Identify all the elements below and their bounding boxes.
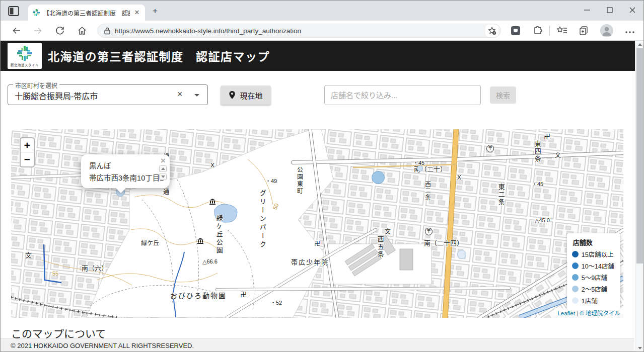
add-favorite-button[interactable] [485, 25, 498, 37]
tab-favicon [32, 9, 40, 17]
home-button[interactable] [77, 26, 87, 36]
legend-dot-icon [572, 274, 579, 281]
new-tab-button[interactable]: + [151, 7, 160, 16]
map-label: 文 [25, 252, 32, 259]
extensions-icon[interactable] [532, 25, 543, 36]
legend-item: 15店舗以上 [572, 249, 614, 259]
location-pin-icon [229, 91, 236, 100]
tab-title: 【北海道の第三者認証制度 認証 [43, 9, 130, 17]
map-label: 〒 [486, 145, 494, 152]
legend-dot-icon [572, 286, 579, 292]
map-label: ・45 [532, 182, 543, 188]
municipality-select[interactable]: 市区町村を選択 十勝総合振興局-帯広市 × [8, 84, 208, 105]
back-button[interactable] [12, 26, 22, 36]
refresh-button[interactable] [55, 26, 65, 36]
site-header: 新北海道スタイル 北海道の第三者認証制度 認証店マップ [1, 41, 643, 71]
legend-label: 2〜5店舗 [582, 284, 607, 294]
popup-store-name: 黒んぼ [89, 160, 157, 170]
legend-label: 1店舗 [582, 296, 598, 305]
clear-selection-icon[interactable]: × [174, 89, 185, 100]
page-title: 北海道の第三者認証制度 認証店マップ [48, 41, 270, 71]
popup-prev-button[interactable] [159, 165, 167, 172]
scrollbar-thumb[interactable] [636, 48, 643, 263]
zoom-out-button[interactable]: − [21, 152, 34, 166]
legend-label: 15店舗以上 [582, 249, 614, 259]
logo-caption: 新北海道スタイル [11, 62, 39, 67]
store-filter-input[interactable] [324, 85, 481, 105]
legend-title: 店舗数 [573, 237, 614, 247]
page-scrollbar[interactable] [635, 41, 643, 351]
zoom-control: + − [20, 137, 35, 167]
map-label: 南（六） [82, 265, 108, 272]
map-label: 卍 [544, 133, 550, 140]
pinwheel-logo-icon [16, 45, 33, 62]
settings-menu-icon[interactable] [625, 28, 636, 39]
legend-dot-icon [572, 262, 579, 269]
map-label: △66.6 [202, 259, 218, 265]
scroll-down-arrow[interactable] [635, 344, 644, 351]
store-cluster-marker[interactable] [457, 250, 466, 259]
tab-strip: 【北海道の第三者認証制度 認証 ✕ + [1, 1, 643, 21]
legend-item: 10〜14店舗 [572, 261, 614, 271]
favorites-icon[interactable] [556, 25, 567, 36]
legend-dot-icon [572, 251, 579, 257]
profile-avatar[interactable] [600, 24, 613, 37]
map-label: 55 [52, 271, 58, 277]
site-logo: 新北海道スタイル [8, 43, 42, 69]
legend-label: 10〜14店舗 [582, 261, 614, 271]
legend-item: 2〜5店舗 [572, 284, 614, 294]
map-label: 西二条 [424, 181, 431, 201]
map-label: X [457, 174, 461, 181]
map-label: ・49 [265, 179, 277, 185]
attribution-separator: | [575, 310, 580, 316]
browser-window: 【北海道の第三者認証制度 認証 ✕ + https://www5.newhokk… [0, 0, 644, 352]
maximize-button[interactable] [598, 1, 621, 20]
tab-close-icon[interactable]: ✕ [133, 9, 141, 17]
lock-icon [104, 27, 111, 35]
legend-dot-icon [572, 297, 579, 304]
map-label: 西五条 [377, 236, 384, 258]
map-label: 緑ケ丘 [141, 240, 159, 247]
collections-icon[interactable] [578, 25, 589, 36]
popup-next-button[interactable] [159, 173, 167, 180]
map-label: 文 [555, 152, 561, 159]
legend-item: 1店舗 [572, 296, 614, 305]
minimize-button[interactable] [576, 1, 598, 20]
browser-tab[interactable]: 【北海道の第三者認証制度 認証 ✕ [28, 5, 145, 21]
scroll-up-arrow[interactable] [635, 41, 644, 48]
map-legend: 店舗数 15店舗以上10〜14店舗5〜9店舗2〜5店舗1店舗 [567, 233, 620, 310]
map-label: 卍 [240, 291, 247, 298]
legend-label: 5〜9店舗 [582, 273, 607, 282]
search-button[interactable]: 検索 [490, 86, 516, 104]
map-label: △45.0 [535, 218, 550, 224]
chevron-down-icon[interactable] [194, 94, 199, 97]
address-bar[interactable]: https://www5.newhokkaido-style.info/thir… [97, 24, 501, 38]
map-label: 公園東町 [296, 166, 303, 195]
municipality-select-value: 十勝総合振興局-帯広市 [15, 90, 98, 102]
popup-store-address: 帯広市西3条南10丁目2 [89, 172, 157, 183]
map-canvas[interactable]: 緑ケ丘二条通公園東町グリーンパーク緑ケ丘公園帯広少年院おびひろ動物園南（六）南（… [11, 129, 623, 318]
map-label: 卍 [314, 241, 320, 247]
tiles-credit-link[interactable]: © 地理院タイル [580, 310, 620, 316]
map-label: 〒 [425, 228, 433, 235]
leaflet-link[interactable]: Leaflet [557, 310, 575, 316]
forward-button[interactable] [33, 26, 43, 36]
tab-actions-icon[interactable] [8, 6, 20, 17]
map-label: 東四条 [534, 140, 541, 163]
map-attribution: Leaflet | © 地理院タイル [554, 308, 623, 318]
store-cluster-marker[interactable] [417, 165, 423, 171]
legend-item: 5〜9店舗 [572, 273, 614, 282]
map-label: X [210, 162, 214, 169]
map-label: 南（二十四） [424, 240, 463, 247]
map-popup: 黒んぼ 帯広市西3条南10丁目2 × [81, 154, 170, 188]
url-text: https://www5.newhokkaido-style.info/thir… [115, 27, 485, 35]
browser-essentials-icon[interactable] [510, 25, 521, 36]
store-cluster-marker[interactable] [372, 171, 385, 184]
map-label: 文 [385, 229, 391, 235]
current-location-button[interactable]: 現在地 [221, 85, 271, 105]
close-window-button[interactable] [621, 1, 643, 20]
map-label: グリーンパーク [259, 190, 266, 249]
popup-close-icon[interactable]: × [161, 157, 166, 164]
zoom-in-button[interactable]: + [21, 138, 34, 152]
map-label: 東二条 [497, 184, 505, 206]
